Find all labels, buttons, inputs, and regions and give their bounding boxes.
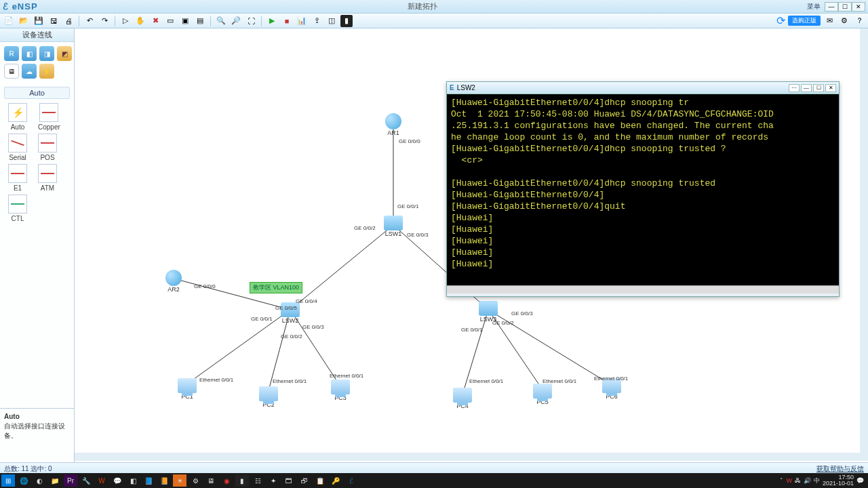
node-pc3[interactable]: PC3 [331,380,350,401]
node-pc5[interactable]: PC5 [533,384,552,405]
sidebar-description: Auto 自动选择接口连接设备。 [0,408,74,462]
tb-app15-icon[interactable]: 🔑 [329,474,342,487]
save-icon[interactable]: 💾 [33,15,45,27]
node-pc4[interactable]: PC4 [453,388,472,409]
zoomin-icon[interactable]: 🔍 [215,15,227,27]
new-icon[interactable]: 📄 [3,15,15,27]
tool2-icon[interactable]: ▤ [194,15,206,27]
stop-icon[interactable]: ■ [281,15,293,27]
tb-word-icon[interactable]: W [95,474,108,487]
tb-app11-icon[interactable]: ✦ [267,474,280,487]
tb-ensp-icon[interactable]: ℰ [344,474,358,487]
tb-app7-icon[interactable]: ⚙ [189,474,202,487]
conn-device-icon[interactable]: ⚡ [39,64,54,79]
tb-app2-icon[interactable]: 🔧 [79,474,93,487]
wlan-device-icon[interactable]: ◨ [39,46,54,61]
zoomout-icon[interactable]: 🔎 [230,15,242,27]
tb-app13-icon[interactable]: 🗗 [298,474,311,487]
redo-icon[interactable]: ↷ [98,15,111,27]
fit-icon[interactable]: ⛶ [245,15,257,27]
tb-app4-icon[interactable]: 📘 [142,474,155,487]
tb-app6-icon[interactable]: ☀ [173,474,186,487]
gear-icon[interactable]: ⚙ [838,15,850,27]
term-extra-button[interactable]: ⋯ [789,84,800,92]
delete-icon[interactable]: ✖ [149,15,161,27]
term-max-button[interactable]: ☐ [813,84,824,92]
router-device-icon[interactable]: R [4,46,19,61]
terminal-window[interactable]: ELSW2 ⋯ — ☐ ✕ [Huawei-GigabitEthernet0/0… [446,81,840,297]
conn-pos[interactable]: POS [38,134,57,161]
windows-taskbar[interactable]: ⊞ 🌐 ◐ 📁 Pr 🔧 W 💬 ◧ 📘 📙 ☀ ⚙ 🖥 ◉ ▮ ☷ ✦ 🗔 🗗… [0,473,868,488]
node-ar1[interactable]: AR1 [385,113,401,136]
play-icon[interactable]: ▷ [119,15,132,27]
tb-app9-icon[interactable]: ◉ [220,474,233,487]
start-button[interactable]: ⊞ [1,474,15,487]
document-title: 新建拓扑 [38,1,807,12]
menu-dropdown[interactable]: 菜单 [807,2,821,12]
undo-icon[interactable]: ↶ [83,15,96,27]
conn-atm[interactable]: ATM [38,164,57,192]
start-icon[interactable]: ▶ [266,15,278,27]
export-icon[interactable]: ⇪ [311,15,323,27]
open-icon[interactable]: 📂 [18,15,30,27]
purchase-badge[interactable]: 选购正版 [788,16,821,26]
cloud-device-icon[interactable]: ☁ [22,64,37,79]
tb-edge-icon[interactable]: 🌐 [17,474,31,487]
tray-up-icon[interactable]: ˄ [780,477,783,484]
terminal-output[interactable]: [Huawei-GigabitEthernet0/0/4]dhcp snoopi… [447,94,839,285]
capture-icon[interactable]: 📊 [296,15,308,27]
tray-date: 2021-10-01 [823,481,854,487]
tb-app12-icon[interactable]: 🗔 [282,474,296,487]
tray-notif-icon[interactable]: 💬 [856,477,864,484]
node-pc1[interactable]: PC1 [178,378,197,400]
tb-app10-icon[interactable]: ☷ [251,474,264,487]
tb-app8-icon[interactable]: 🖥 [204,474,218,487]
tb-pr-icon[interactable]: Pr [64,474,77,487]
conn-ctl[interactable]: CTL [8,195,27,222]
minimize-button[interactable]: — [825,2,838,12]
term-close-button[interactable]: ✕ [825,84,836,92]
canvas-hscrollbar[interactable] [75,453,860,461]
saveas-icon[interactable]: 🖫 [47,15,60,27]
window-icon[interactable]: ◫ [326,15,338,27]
status-help-link[interactable]: 获取帮助与反馈 [816,464,864,474]
tb-app1-icon[interactable]: ◐ [33,474,46,487]
tb-app14-icon[interactable]: 📋 [313,474,327,487]
node-ar2[interactable]: AR2 [165,270,182,293]
tray-lang-icon[interactable]: 中 [814,476,820,485]
tb-app5-icon[interactable]: 📙 [157,474,171,487]
fw-device-icon[interactable]: ◩ [57,46,72,61]
tb-wechat-icon[interactable]: 💬 [111,474,124,487]
hand-icon[interactable]: ✋ [134,15,146,27]
conn-serial[interactable]: Serial [8,134,27,161]
close-button[interactable]: ✕ [852,2,865,12]
inbox-icon[interactable]: ✉ [823,15,835,27]
canvas-vscrollbar[interactable] [860,28,868,461]
tb-explorer-icon[interactable]: 📁 [48,474,62,487]
tb-cmd-icon[interactable]: ▮ [235,474,249,487]
tray-vol-icon[interactable]: 🔊 [804,477,811,484]
select-icon[interactable]: ▭ [164,15,176,27]
tb-app3-icon[interactable]: ◧ [126,474,140,487]
pc-device-icon[interactable]: 🖥 [4,64,19,79]
term-min-button[interactable]: — [801,84,812,92]
node-lsw1[interactable]: LSW1 [384,216,403,237]
conn-auto[interactable]: ⚡Auto [8,103,27,131]
terminal-hscrollbar[interactable] [447,285,839,293]
tray-net-icon[interactable]: 🖧 [795,477,801,484]
tray-ime-icon[interactable]: W [786,477,792,484]
maximize-button[interactable]: ☐ [838,2,852,12]
cli-icon[interactable]: ▮ [340,15,353,27]
topology-canvas[interactable]: AR1 GE 0/0/0 LSW1 GE 0/0/1 GE 0/0/2 GE 0… [75,28,868,462]
help-icon[interactable]: ？ [853,15,865,27]
conn-copper[interactable]: Copper [38,103,60,131]
app-titlebar: ℰ eNSP 新建拓扑 菜单 — ☐ ✕ [0,0,868,14]
system-tray[interactable]: ˄ W 🖧 🔊 中 17:50 2021-10-01 💬 [780,474,867,487]
terminal-titlebar[interactable]: ELSW2 ⋯ — ☐ ✕ [447,82,839,94]
conn-e1[interactable]: E1 [8,164,27,192]
print-icon[interactable]: 🖨 [62,15,75,27]
tool1-icon[interactable]: ▣ [179,15,191,27]
node-pc2[interactable]: PC2 [259,386,278,408]
device-palette: R ◧ ◨ ◩ 🖥 ☁ ⚡ [0,42,74,83]
switch-device-icon[interactable]: ◧ [22,46,37,61]
